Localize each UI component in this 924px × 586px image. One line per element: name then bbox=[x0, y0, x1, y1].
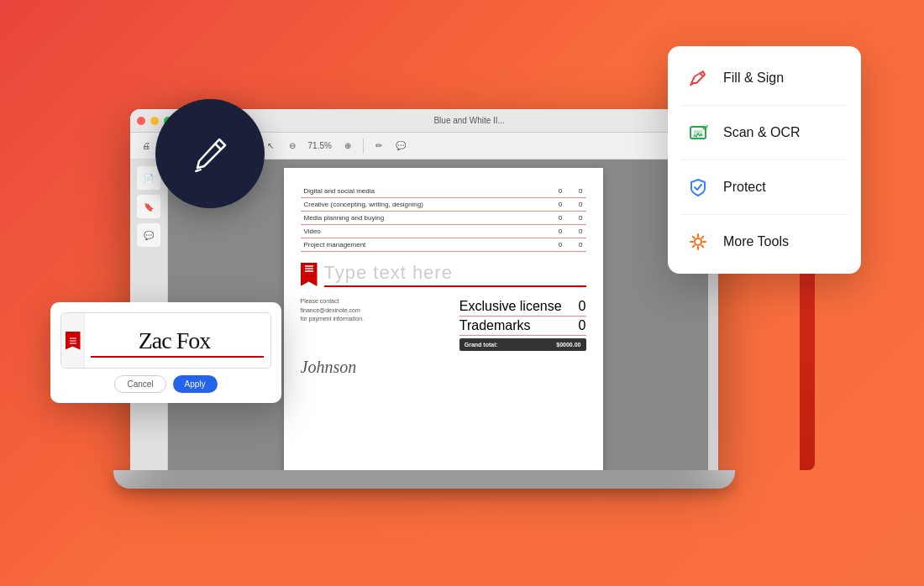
grand-total-value: $0000.00 bbox=[556, 342, 580, 348]
tool-divider-2 bbox=[681, 160, 848, 160]
table-row: Digital and social media 0 0 bbox=[301, 185, 586, 198]
signature-buttons: Cancel Apply bbox=[60, 375, 271, 393]
pen-edit-icon bbox=[187, 131, 234, 177]
signature-text: Zac Fox bbox=[139, 327, 211, 354]
scan-ocr-icon bbox=[685, 119, 711, 146]
totals-section: Exclusive license 0 Trademarks 0 Grand t… bbox=[459, 297, 586, 351]
app-icon-circle bbox=[155, 99, 265, 208]
signature-underline bbox=[91, 356, 264, 358]
tool-item-scan-ocr[interactable]: Scan & OCR bbox=[668, 107, 861, 158]
signature-panel: Zac Fox Cancel Apply bbox=[50, 302, 281, 403]
table-cell-label: Digital and social media bbox=[301, 185, 546, 198]
table-cell-val1: 0 bbox=[545, 225, 565, 238]
table-cell-label: Project management bbox=[301, 238, 546, 252]
table-cell-val1: 0 bbox=[545, 185, 565, 198]
table-row: Project management 0 0 bbox=[301, 238, 586, 252]
table-row: Media planning and buying 0 0 bbox=[301, 212, 586, 225]
apply-button[interactable]: Apply bbox=[173, 375, 218, 393]
tool-item-fill-sign[interactable]: Fill & Sign bbox=[668, 53, 861, 103]
trademarks-label: Trademarks bbox=[459, 318, 531, 333]
pdf-table: Digital and social media 0 0 Creative (c… bbox=[301, 185, 586, 252]
exclusive-license-value: 0 bbox=[579, 299, 586, 314]
cancel-button[interactable]: Cancel bbox=[114, 375, 165, 393]
table-cell-val1: 0 bbox=[545, 212, 565, 225]
tool-item-protect[interactable]: Protect bbox=[668, 162, 861, 212]
svg-point-0 bbox=[196, 169, 198, 171]
toolbar-zoom-out[interactable]: ⊖ bbox=[283, 137, 302, 155]
table-row: Creative (concepting, writing, designing… bbox=[301, 198, 586, 212]
sidebar-bookmark-icon[interactable]: 🔖 bbox=[137, 195, 160, 218]
table-cell-val2: 0 bbox=[565, 238, 585, 252]
table-cell-val2: 0 bbox=[565, 198, 585, 212]
adobe-icon-small bbox=[66, 332, 81, 350]
toolbar-comment[interactable]: 💬 bbox=[391, 137, 410, 155]
table-cell-label: Creative (concepting, writing, designing… bbox=[301, 198, 546, 212]
sidebar-comment-icon[interactable]: 💬 bbox=[137, 223, 160, 247]
more-tools-label: More Tools bbox=[723, 234, 789, 249]
grand-total-label: Grand total: bbox=[465, 342, 498, 348]
scan-ocr-label: Scan & OCR bbox=[723, 125, 801, 140]
type-text-area[interactable]: Type text here bbox=[301, 262, 586, 287]
toolbar-edit[interactable]: ✏ bbox=[370, 137, 388, 155]
toolbar-divider-3 bbox=[363, 139, 364, 154]
grand-total-row: Grand total: $0000.00 bbox=[459, 338, 586, 351]
protect-label: Protect bbox=[723, 180, 766, 195]
svg-point-4 bbox=[701, 124, 708, 131]
tool-divider-3 bbox=[681, 214, 848, 215]
table-cell-val1: 0 bbox=[545, 198, 565, 212]
trademarks-row: Trademarks 0 bbox=[459, 317, 586, 336]
tool-divider-1 bbox=[681, 105, 848, 106]
window-title: Blue and White II... bbox=[433, 116, 505, 125]
signature-drawing-area[interactable]: Zac Fox bbox=[60, 312, 271, 369]
contact-text-line3: for payment information. bbox=[301, 315, 364, 324]
exclusive-license-label: Exclusive license bbox=[459, 299, 562, 314]
table-cell-val1: 0 bbox=[545, 238, 565, 252]
pdf-bottom-section: Please contact finance@dexinote.com for … bbox=[301, 297, 586, 351]
contact-text-line2: finance@dexinote.com bbox=[301, 306, 364, 316]
table-cell-val2: 0 bbox=[565, 225, 585, 238]
table-cell-label: Media planning and buying bbox=[301, 212, 546, 225]
toolbar-zoom-in[interactable]: ⊕ bbox=[339, 137, 357, 155]
type-text-placeholder: Type text here bbox=[324, 262, 453, 283]
svg-point-5 bbox=[695, 238, 701, 245]
more-tools-icon bbox=[685, 228, 711, 255]
sig-panel-left-bar bbox=[61, 313, 85, 368]
tools-panel: Fill & Sign Scan & OCR Protect bbox=[668, 46, 861, 274]
fill-sign-label: Fill & Sign bbox=[723, 71, 784, 86]
table-row: Video 0 0 bbox=[301, 225, 586, 238]
fill-sign-icon bbox=[685, 65, 711, 92]
minimize-dot[interactable] bbox=[150, 117, 159, 125]
protect-icon bbox=[685, 174, 711, 201]
signature-area: Johnson bbox=[301, 358, 586, 377]
toolbar-print[interactable]: 🖨 bbox=[137, 137, 155, 155]
pdf-page: Digital and social media 0 0 Creative (c… bbox=[284, 168, 603, 470]
table-cell-val2: 0 bbox=[565, 212, 585, 225]
contact-info: Please contact finance@dexinote.com for … bbox=[301, 297, 364, 351]
zoom-level: 71.5% bbox=[305, 141, 335, 150]
sidebar-page-icon[interactable]: 📄 bbox=[137, 166, 160, 190]
laptop-base bbox=[113, 470, 735, 489]
table-cell-label: Video bbox=[301, 225, 546, 238]
tool-item-more-tools[interactable]: More Tools bbox=[668, 217, 861, 267]
trademarks-value: 0 bbox=[579, 318, 586, 333]
adobe-bookmark-icon bbox=[301, 263, 318, 286]
contact-text-line1: Please contact bbox=[301, 297, 364, 306]
svg-point-1 bbox=[690, 85, 692, 86]
text-input-line[interactable]: Type text here bbox=[324, 262, 586, 287]
close-dot[interactable] bbox=[137, 117, 145, 125]
exclusive-license-row: Exclusive license 0 bbox=[459, 297, 586, 317]
table-cell-val2: 0 bbox=[565, 185, 585, 198]
